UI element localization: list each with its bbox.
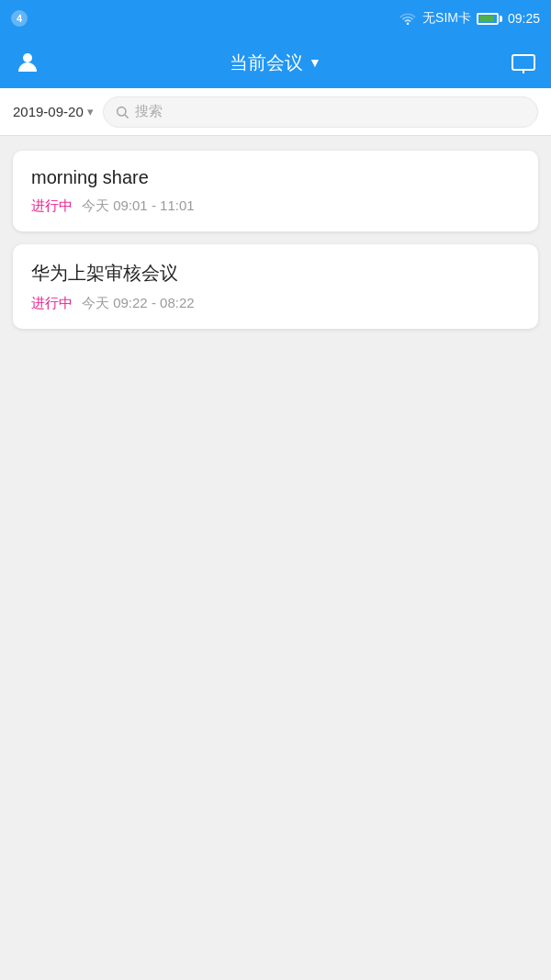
meeting-card-1[interactable]: morning share 进行中 今天 09:01 - 11:01 [13, 151, 538, 231]
status-badge-2: 进行中 [31, 295, 73, 312]
status-left: 4 [11, 10, 28, 27]
svg-point-0 [23, 53, 32, 62]
date-text: 2019-09-20 [13, 104, 84, 119]
nav-bar: 当前会议 ▼ [0, 37, 551, 88]
meeting-list: morning share 进行中 今天 09:01 - 11:01 华为上架审… [0, 136, 551, 344]
date-selector[interactable]: 2019-09-20 ▾ [13, 104, 94, 119]
svg-line-5 [125, 115, 129, 118]
status-bar: 4 无SIM卡 09:25 [0, 0, 551, 37]
sim-text: 无SIM卡 [422, 10, 471, 27]
nav-title[interactable]: 当前会议 ▼ [230, 51, 321, 75]
nav-title-text: 当前会议 [230, 51, 303, 75]
svg-rect-1 [512, 55, 534, 70]
meeting-title-1: morning share [31, 167, 520, 188]
meeting-card-2[interactable]: 华为上架审核会议 进行中 今天 09:22 - 08:22 [13, 244, 538, 329]
status-badge-1: 进行中 [31, 197, 73, 215]
screen-icon[interactable] [511, 50, 536, 75]
date-dropdown-arrow-icon: ▾ [87, 105, 94, 118]
search-box[interactable]: 搜索 [103, 96, 538, 128]
meeting-title-2: 华为上架审核会议 [31, 261, 520, 286]
meeting-time-2: 今天 09:22 - 08:22 [82, 295, 195, 312]
time-display: 09:25 [508, 11, 540, 26]
svg-point-4 [117, 107, 125, 115]
meeting-meta-1: 进行中 今天 09:01 - 11:01 [31, 197, 520, 215]
notification-badge: 4 [11, 10, 28, 27]
search-placeholder-text: 搜索 [135, 103, 163, 120]
nav-chevron-icon: ▼ [309, 55, 321, 70]
battery-icon [477, 13, 502, 25]
status-right: 无SIM卡 09:25 [399, 10, 540, 27]
search-icon [115, 105, 129, 119]
meeting-meta-2: 进行中 今天 09:22 - 08:22 [31, 295, 520, 312]
toolbar: 2019-09-20 ▾ 搜索 [0, 88, 551, 136]
person-icon[interactable] [15, 50, 40, 75]
wifi-icon [399, 11, 417, 26]
meeting-time-1: 今天 09:01 - 11:01 [82, 197, 195, 215]
